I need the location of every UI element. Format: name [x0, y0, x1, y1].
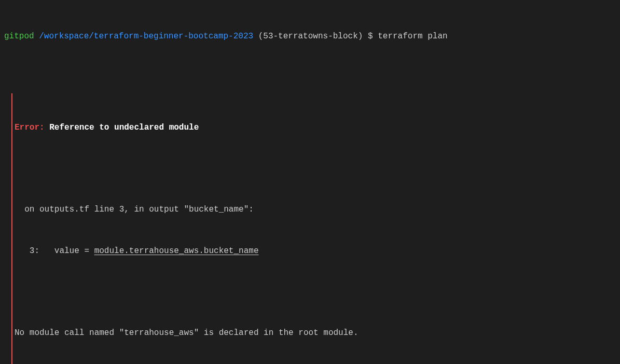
error-message: No module call named "terrahouse_aws" is…	[15, 326, 616, 340]
blank-line	[15, 285, 616, 299]
error-title: Reference to undeclared module	[49, 123, 199, 132]
error-label: Error:	[15, 123, 45, 132]
blank-line	[15, 162, 616, 175]
error-location: on outputs.tf line 3, in output "bucket_…	[15, 203, 616, 216]
prompt-user: gitpod	[4, 32, 34, 41]
prompt-path: /workspace/terraform-beginner-bootcamp-2…	[39, 32, 253, 41]
terminal-output[interactable]: gitpod /workspace/terraform-beginner-boo…	[4, 2, 616, 364]
error-linenum: 3: value =	[15, 246, 94, 256]
prompt-command: terraform plan	[378, 32, 447, 41]
error-block: Error: Reference to undeclared module on…	[11, 93, 616, 364]
prompt-dollar: $	[368, 32, 373, 41]
prompt-line: gitpod /workspace/terraform-beginner-boo…	[4, 30, 616, 43]
error-underlined-value: module.terrahouse_aws.bucket_name	[94, 246, 259, 256]
prompt-branch: (53-terratowns-block)	[258, 32, 363, 41]
error-header: Error: Reference to undeclared module	[15, 121, 616, 134]
error-code-line: 3: value = module.terrahouse_aws.bucket_…	[15, 244, 616, 258]
